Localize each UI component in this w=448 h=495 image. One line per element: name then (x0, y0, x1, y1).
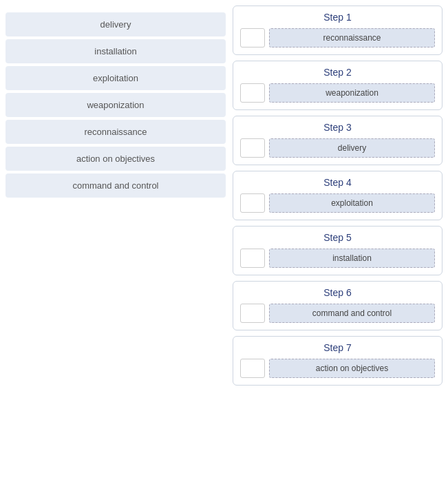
drop-box-2[interactable] (240, 83, 265, 103)
left-item-left-exploitation[interactable]: exploitation (6, 66, 226, 90)
step-card-6: Step 6command and control (233, 281, 442, 330)
answer-box-1: reconnaissance (269, 28, 435, 48)
step-title-4: Step 4 (240, 177, 435, 188)
drop-box-1[interactable] (240, 28, 265, 48)
answer-box-5: installation (269, 249, 435, 268)
step-title-2: Step 2 (240, 67, 435, 78)
answer-box-3: delivery (269, 138, 435, 158)
left-item-left-weaponization[interactable]: weaponization (6, 93, 226, 117)
drop-box-4[interactable] (240, 193, 265, 213)
left-item-left-reconnaissance[interactable]: reconnaissance (6, 120, 226, 144)
left-item-left-action-on-objectives[interactable]: action on objectives (6, 147, 226, 171)
drop-box-6[interactable] (240, 304, 265, 323)
step-card-5: Step 5installation (233, 226, 442, 275)
step-card-7: Step 7action on objectives (233, 336, 442, 386)
left-panel: deliveryinstallationexploitationweaponiz… (6, 6, 226, 489)
step-title-6: Step 6 (240, 287, 435, 298)
answer-box-2: weaponization (269, 83, 435, 103)
left-item-left-installation[interactable]: installation (6, 39, 226, 63)
step-drop-area-6: command and control (240, 304, 435, 323)
left-item-left-command-and-control[interactable]: command and control (6, 173, 226, 198)
step-title-1: Step 1 (240, 12, 435, 23)
step-drop-area-3: delivery (240, 138, 435, 158)
step-title-7: Step 7 (240, 342, 435, 353)
answer-box-7: action on objectives (269, 359, 435, 378)
right-panel: Step 1reconnaissanceStep 2weaponizationS… (233, 6, 442, 489)
answer-box-6: command and control (269, 304, 435, 323)
drop-box-7[interactable] (240, 359, 265, 378)
step-drop-area-7: action on objectives (240, 359, 435, 378)
left-item-left-delivery[interactable]: delivery (6, 12, 226, 36)
drop-box-5[interactable] (240, 249, 265, 268)
step-card-2: Step 2weaponization (233, 61, 442, 110)
step-drop-area-2: weaponization (240, 83, 435, 103)
step-title-5: Step 5 (240, 232, 435, 243)
step-card-4: Step 4exploitation (233, 171, 442, 220)
step-card-3: Step 3delivery (233, 116, 442, 165)
step-drop-area-4: exploitation (240, 193, 435, 213)
drop-box-3[interactable] (240, 138, 265, 158)
step-card-1: Step 1reconnaissance (233, 6, 442, 55)
step-drop-area-1: reconnaissance (240, 28, 435, 48)
step-drop-area-5: installation (240, 249, 435, 268)
step-title-3: Step 3 (240, 122, 435, 133)
answer-box-4: exploitation (269, 193, 435, 213)
